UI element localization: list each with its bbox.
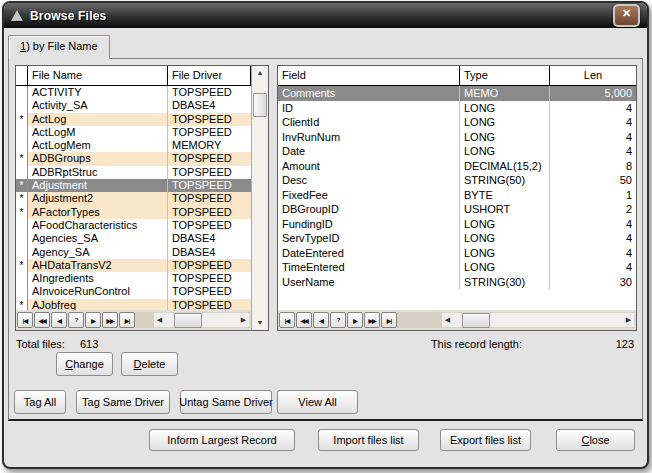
tab-by-file-name[interactable]: 1) by File Name (8, 35, 110, 59)
close-icon: ✕ (622, 7, 631, 19)
tag-all-button[interactable]: Tag All (14, 390, 66, 414)
column-header-tag[interactable] (16, 66, 28, 85)
import-files-list-button[interactable]: Import files list (318, 429, 419, 451)
field-row[interactable]: FundingID LONG 4 (278, 217, 636, 232)
file-row[interactable]: * AHDataTransV2 TOPSPEED (16, 259, 251, 272)
scroll-left-icon[interactable] (154, 316, 165, 324)
field-type-cell: LONG (460, 144, 550, 159)
vcr-nav-button[interactable]: ▶| (119, 312, 135, 328)
field-row[interactable]: ServTypeID LONG 4 (278, 231, 636, 246)
vcr-nav-button[interactable]: |◀ (17, 312, 33, 328)
field-len-cell: 4 (550, 231, 636, 246)
vcr-nav-button[interactable]: |◀ (279, 312, 295, 328)
record-action-row: Change Delete (56, 352, 178, 376)
field-row[interactable]: ClientId LONG 4 (278, 115, 636, 130)
field-name-cell: Desc (278, 173, 460, 188)
vcr-nav-button[interactable]: ? (330, 312, 346, 328)
field-row[interactable]: DateEntered LONG 4 (278, 246, 636, 261)
vcr-nav-button[interactable]: ▶| (381, 312, 397, 328)
field-row[interactable]: Date LONG 4 (278, 144, 636, 159)
file-driver-cell: DBASE4 (168, 232, 251, 245)
hscroll-thumb[interactable] (462, 313, 490, 328)
file-row[interactable]: Agencies_SA DBASE4 (16, 232, 251, 245)
delete-button[interactable]: Delete (121, 352, 178, 376)
untag-same-driver-button[interactable]: Untag Same Driver (180, 390, 272, 414)
file-row[interactable]: ActLogM TOPSPEED (16, 126, 251, 139)
column-header-len[interactable]: Len (550, 66, 636, 85)
file-row[interactable]: * ADBGroups TOPSPEED (16, 152, 251, 165)
vcr-nav-button[interactable]: ▶ (347, 312, 363, 328)
column-header-file-driver[interactable]: File Driver (168, 66, 251, 85)
field-len-cell: 4 (550, 260, 636, 275)
field-row[interactable]: TimeEntered LONG 4 (278, 260, 636, 275)
view-all-button[interactable]: View All (277, 390, 358, 414)
vcr-nav-button[interactable]: ? (68, 312, 84, 328)
field-row[interactable]: ID LONG 4 (278, 101, 636, 116)
tag-same-driver-button[interactable]: Tag Same Driver (76, 390, 170, 414)
column-header-file-name[interactable]: File Name (28, 66, 168, 85)
file-row[interactable]: ACTIVITY TOPSPEED (16, 86, 251, 99)
vscroll-thumb[interactable] (253, 93, 267, 117)
file-row[interactable]: Agency_SA DBASE4 (16, 246, 251, 259)
file-name-cell: AFactorTypes (28, 206, 168, 219)
field-rows: Comments MEMO 5,000 ID LONG 4 ClientId L… (278, 86, 636, 310)
field-name-cell: DBGroupID (278, 202, 460, 217)
vcr-nav-button[interactable]: ◀ (313, 312, 329, 328)
file-list-vscrollbar[interactable] (251, 66, 268, 330)
export-files-list-button[interactable]: Export files list (440, 429, 531, 451)
close-button[interactable]: ✕ (613, 4, 640, 27)
file-driver-cell: TOPSPEED (168, 179, 251, 192)
browse-files-dialog: Browse Files ✕ 1) by File Name File Name… (2, 1, 649, 469)
file-list-hscrollbar[interactable] (153, 312, 250, 328)
vcr-nav-button[interactable]: ▶▶ (102, 312, 118, 328)
file-row[interactable]: AInvoiceRunControl TOPSPEED (16, 285, 251, 298)
field-row[interactable]: UserName STRING(30) 30 (278, 275, 636, 290)
close-dialog-button[interactable]: Close (556, 429, 635, 451)
scroll-up-icon[interactable] (257, 66, 264, 80)
file-row[interactable]: Activity_SA DBASE4 (16, 99, 251, 112)
column-header-field[interactable]: Field (278, 66, 460, 85)
field-row[interactable]: Desc STRING(50) 50 (278, 173, 636, 188)
hscroll-thumb[interactable] (174, 313, 202, 328)
field-type-cell: LONG (460, 115, 550, 130)
window-title: Browse Files (30, 9, 106, 23)
file-row[interactable]: * ActLog TOPSPEED (16, 113, 251, 126)
file-driver-cell: TOPSPEED (168, 285, 251, 298)
file-driver-cell: MEMORY (168, 139, 251, 152)
scroll-right-icon[interactable] (623, 316, 634, 324)
tag-marker (16, 126, 28, 139)
field-list: Field Type Len Comments MEMO 5,000 ID LO… (277, 65, 637, 331)
file-row[interactable]: * AJobfreq TOPSPEED (16, 299, 251, 310)
scroll-down-icon[interactable] (257, 316, 264, 330)
file-row[interactable]: AIngredients TOPSPEED (16, 272, 251, 285)
change-button[interactable]: Change (56, 352, 113, 376)
field-name-cell: ID (278, 101, 460, 116)
tag-marker (16, 99, 28, 112)
file-name-cell: Activity_SA (28, 99, 168, 112)
field-row[interactable]: InvRunNum LONG 4 (278, 130, 636, 145)
file-row[interactable]: ADBRptStruc TOPSPEED (16, 166, 251, 179)
file-row[interactable]: AFoodCharacteristics TOPSPEED (16, 219, 251, 232)
field-list-hscrollbar[interactable] (441, 312, 635, 328)
field-row[interactable]: DBGroupID USHORT 2 (278, 202, 636, 217)
vcr-nav-button[interactable]: ◀◀ (296, 312, 312, 328)
file-list-navbar: |◀◀◀◀?▶▶▶▶| (16, 310, 251, 330)
field-row[interactable]: Amount DECIMAL(15,2) 8 (278, 159, 636, 174)
scroll-right-icon[interactable] (238, 316, 249, 324)
vcr-nav-button[interactable]: ▶▶ (364, 312, 380, 328)
field-type-cell: USHORT (460, 202, 550, 217)
field-row[interactable]: Comments MEMO 5,000 (278, 86, 636, 101)
scroll-left-icon[interactable] (442, 316, 453, 324)
vcr-nav-button[interactable]: ◀◀ (34, 312, 50, 328)
inform-largest-record-button[interactable]: Inform Largest Record (149, 429, 295, 451)
field-row[interactable]: FixedFee BYTE 1 (278, 188, 636, 203)
file-list: File Name File Driver ACTIVITY TOPSPEED … (15, 65, 269, 331)
file-row[interactable]: * Adjustment TOPSPEED (16, 179, 251, 192)
field-name-cell: Comments (278, 86, 460, 101)
file-row[interactable]: ActLogMem MEMORY (16, 139, 251, 152)
column-header-type[interactable]: Type (460, 66, 550, 85)
file-row[interactable]: * AFactorTypes TOPSPEED (16, 206, 251, 219)
vcr-nav-button[interactable]: ▶ (85, 312, 101, 328)
vcr-nav-button[interactable]: ◀ (51, 312, 67, 328)
file-row[interactable]: * Adjustment2 TOPSPEED (16, 192, 251, 205)
